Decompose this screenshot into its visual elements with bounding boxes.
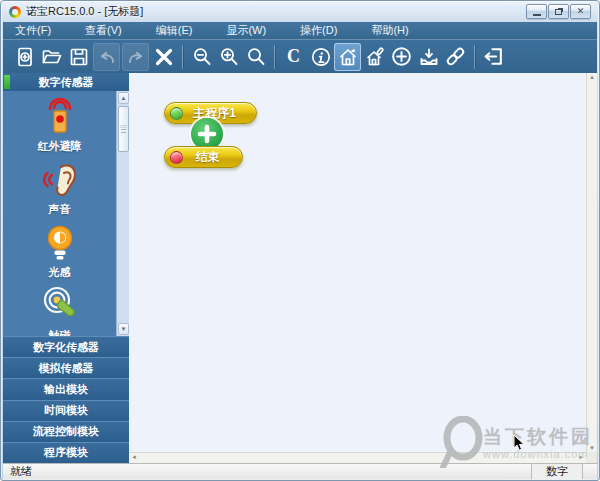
sensor-item-light[interactable]: 光感 <box>3 222 116 280</box>
menu-operate[interactable]: 操作(D) <box>300 23 337 38</box>
restore-icon <box>555 9 562 15</box>
delete-button[interactable] <box>150 43 177 71</box>
sidebar-category-time[interactable]: 时间模块 <box>3 401 129 421</box>
sidebar: 数字传感器 红外避障 <box>3 73 129 463</box>
open-folder-icon <box>41 46 63 68</box>
menu-edit[interactable]: 编辑(E) <box>156 23 193 38</box>
toolbar-separator <box>274 45 275 69</box>
sensor-label: 红外避障 <box>38 139 82 154</box>
new-file-button[interactable] <box>11 43 38 71</box>
menu-display[interactable]: 显示(W) <box>226 23 266 38</box>
menu-view[interactable]: 查看(V) <box>85 23 122 38</box>
sensor-label: 触碰 <box>49 328 71 337</box>
open-button[interactable] <box>38 43 65 71</box>
category-label: 输出模块 <box>44 382 88 397</box>
touch-sensor-icon <box>37 285 83 327</box>
link-icon <box>444 45 467 68</box>
sensor-list: 红外避障 声音 <box>3 91 116 337</box>
menu-bar: 文件(F) 查看(V) 编辑(E) 显示(W) 操作(D) 帮助(H) <box>3 22 597 39</box>
scroll-left-arrow[interactable]: ◄ <box>131 454 137 460</box>
sensor-label: 声音 <box>49 202 71 217</box>
app-window: 诺宝RC15.0.0 - [无标题] ✕ 文件(F) 查看(V) 编辑(E) 显… <box>0 0 600 481</box>
end-dot-icon <box>170 151 183 164</box>
status-bar: 就绪 数字 <box>3 463 597 479</box>
scroll-down-arrow[interactable]: ▼ <box>118 323 129 335</box>
sidebar-category-program[interactable]: 程序模块 <box>3 443 129 463</box>
category-label: 程序模块 <box>44 445 88 460</box>
sidebar-category-output[interactable]: 输出模块 <box>3 379 129 399</box>
sensor-panel-scrollbar[interactable]: ▲ ▼ <box>116 91 129 336</box>
menu-file[interactable]: 文件(F) <box>15 23 51 38</box>
category-label: 时间模块 <box>44 403 88 418</box>
sidebar-category-analog[interactable]: 模拟传感器 <box>3 358 129 378</box>
exit-button[interactable] <box>480 43 507 71</box>
toolbar-separator <box>182 45 183 69</box>
save-button[interactable] <box>65 43 92 71</box>
infrared-sensor-icon <box>37 96 83 138</box>
app-logo-icon <box>9 6 21 18</box>
info-button[interactable] <box>307 43 334 71</box>
close-button[interactable]: ✕ <box>570 4 591 19</box>
plus-icon <box>197 124 217 144</box>
zoom-reset-button[interactable] <box>242 43 269 71</box>
scroll-right-arrow[interactable]: ► <box>578 454 584 460</box>
redo-button[interactable] <box>122 43 149 71</box>
sensor-item-infrared[interactable]: 红外避障 <box>3 96 116 154</box>
undo-icon <box>96 46 118 68</box>
sidebar-category-digitized[interactable]: 数字化传感器 <box>3 337 129 357</box>
category-label: 数字化传感器 <box>33 340 99 355</box>
restore-button[interactable] <box>548 4 569 19</box>
home-icon <box>337 46 359 68</box>
scroll-down-arrow[interactable]: ▼ <box>587 445 597 451</box>
scrollbar-corner <box>586 452 597 463</box>
sensor-item-touch[interactable]: 触碰 <box>3 285 116 337</box>
window-controls: ✕ <box>525 4 591 19</box>
exit-icon <box>482 45 505 68</box>
window-title: 诺宝RC15.0.0 - [无标题] <box>26 4 143 19</box>
toolbar: C <box>3 39 597 73</box>
status-mode: 数字 <box>531 464 583 479</box>
undo-button[interactable] <box>93 43 120 71</box>
block-end[interactable]: 结束 <box>164 146 243 168</box>
home-button[interactable] <box>334 43 361 71</box>
zoom-icon <box>245 46 267 68</box>
scroll-up-arrow[interactable]: ▲ <box>118 92 129 104</box>
sidebar-category-digital-active[interactable]: 数字传感器 <box>3 73 129 91</box>
link-button[interactable] <box>442 43 469 71</box>
close-icon: ✕ <box>577 7 585 16</box>
sidebar-category-label: 数字传感器 <box>39 75 94 90</box>
download-icon <box>418 46 440 68</box>
redo-icon <box>125 46 147 68</box>
zoom-out-button[interactable] <box>188 43 215 71</box>
sound-sensor-icon <box>37 159 83 201</box>
scrollbar-thumb[interactable] <box>118 106 129 152</box>
toolbar-separator <box>474 45 475 69</box>
block-label: 结束 <box>183 149 232 166</box>
sensor-label: 光感 <box>49 265 71 280</box>
download-button[interactable] <box>415 43 442 71</box>
home-edit-button[interactable] <box>361 43 388 71</box>
delete-icon <box>153 46 175 68</box>
sidebar-categories: 数字化传感器 模拟传感器 输出模块 时间模块 流程控制模块 程序模块 <box>3 337 129 463</box>
minimize-icon <box>533 14 541 16</box>
sensor-panel: 红外避障 声音 <box>3 91 129 337</box>
menu-help[interactable]: 帮助(H) <box>371 23 408 38</box>
resize-grip[interactable] <box>583 464 597 479</box>
save-icon <box>68 46 90 68</box>
zoom-in-button[interactable] <box>215 43 242 71</box>
program-canvas[interactable]: 主程序1 结束 ▲ ▼ ◄ ► <box>129 73 597 463</box>
zoom-in-icon <box>218 46 240 68</box>
title-bar[interactable]: 诺宝RC15.0.0 - [无标题] ✕ <box>1 1 599 22</box>
sensor-item-sound[interactable]: 声音 <box>3 159 116 217</box>
minimize-button[interactable] <box>526 4 547 19</box>
add-circle-icon <box>390 45 413 68</box>
main-area: 数字传感器 红外避障 <box>3 73 597 463</box>
compile-button[interactable]: C <box>280 43 307 71</box>
scroll-up-arrow[interactable]: ▲ <box>587 74 597 80</box>
canvas-vertical-scrollbar[interactable]: ▲ ▼ <box>586 73 597 452</box>
status-message: 就绪 <box>3 464 531 479</box>
start-dot-icon <box>170 107 183 120</box>
sidebar-category-flow-control[interactable]: 流程控制模块 <box>3 422 129 442</box>
home-edit-icon <box>364 46 386 68</box>
add-target-button[interactable] <box>388 43 415 71</box>
